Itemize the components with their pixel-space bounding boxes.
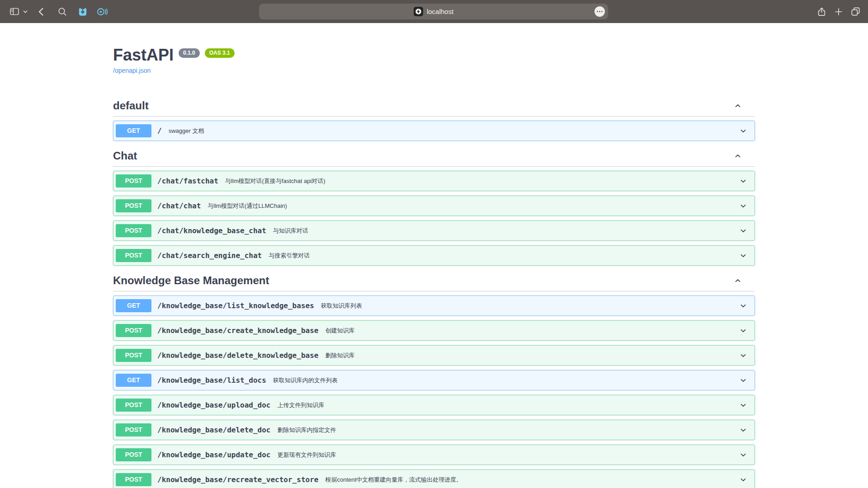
expand-endpoint-chevron-down-icon[interactable] — [739, 426, 748, 435]
site-favicon — [414, 7, 423, 16]
endpoint-row[interactable]: POST /chat/fastchat 与llm模型对话(直接与fastchat… — [113, 171, 755, 191]
new-tab-button[interactable] — [834, 7, 844, 17]
http-method-badge: POST — [116, 199, 151, 212]
share-button[interactable] — [816, 6, 827, 17]
section-endpoints: GET / swagger 文档 — [113, 121, 755, 141]
openapi-spec-link[interactable]: /openapi.json — [113, 67, 151, 74]
api-section: default GET / swagger 文档 — [113, 95, 755, 141]
tab-overview-icon — [850, 6, 861, 17]
expand-endpoint-chevron-down-icon[interactable] — [739, 251, 748, 260]
api-section: Knowledge Base Management GET /knowledge… — [113, 270, 755, 488]
title-row: FastAPI 0.1.0 OAS 3.1 — [113, 46, 755, 65]
extension-broadcast-button[interactable]: ★ — [96, 6, 108, 18]
section-title: Knowledge Base Management — [113, 274, 269, 287]
endpoint-row[interactable]: POST /chat/knowledge_base_chat 与知识库对话 — [113, 221, 755, 241]
endpoint-row[interactable]: POST /knowledge_base/create_knowledge_ba… — [113, 320, 755, 341]
collapse-section-chevron-up-icon[interactable] — [733, 101, 742, 110]
section-header[interactable]: Knowledge Base Management — [113, 270, 755, 291]
expand-endpoint-chevron-down-icon[interactable] — [739, 351, 748, 360]
endpoint-row[interactable]: POST /knowledge_base/recreate_vector_sto… — [113, 469, 755, 488]
http-method-badge: POST — [116, 448, 151, 461]
expand-endpoint-chevron-down-icon[interactable] — [739, 376, 748, 385]
endpoint-row[interactable]: POST /chat/search_engine_chat 与搜索引擎对话 — [113, 245, 755, 266]
share-icon — [816, 6, 827, 17]
endpoint-description: 更新现有文件到知识库 — [277, 451, 336, 459]
url-host-text: localhost — [427, 8, 453, 15]
toolbar-left-group: ★ — [0, 6, 108, 18]
http-method-badge: POST — [116, 349, 151, 362]
endpoint-description: 与llm模型对话(直接与fastchat api对话) — [225, 177, 326, 185]
endpoint-row[interactable]: POST /knowledge_base/delete_doc 删除知识库内指定… — [113, 420, 755, 440]
endpoint-row[interactable]: GET /knowledge_base/list_knowledge_bases… — [113, 296, 755, 316]
expand-endpoint-chevron-down-icon[interactable] — [739, 177, 748, 186]
endpoint-description: 上传文件到知识库 — [277, 401, 324, 409]
expand-endpoint-chevron-down-icon[interactable] — [739, 202, 748, 211]
endpoint-description: 获取知识库列表 — [321, 302, 362, 310]
broadcast-star-icon: ★ — [96, 6, 108, 18]
endpoint-description: 删除知识库 — [325, 352, 354, 360]
search-icon — [57, 6, 68, 17]
address-bar[interactable]: localhost — [259, 4, 608, 19]
endpoint-description: 与知识库对话 — [273, 227, 308, 235]
oas-badge: OAS 3.1 — [205, 48, 235, 58]
shield-download-icon — [77, 6, 89, 18]
endpoint-path: /knowledge_base/upload_doc — [157, 401, 270, 409]
http-method-badge: POST — [116, 324, 151, 337]
endpoint-path: /knowledge_base/list_knowledge_bases — [157, 301, 314, 310]
extension-downloader-button[interactable] — [77, 6, 89, 18]
api-sections: default GET / swagger 文档 Chat POST /chat… — [113, 95, 755, 488]
expand-endpoint-chevron-down-icon[interactable] — [739, 401, 748, 410]
content-container: FastAPI 0.1.0 OAS 3.1 /openapi.json defa… — [113, 23, 755, 488]
sidebar-icon — [9, 6, 20, 17]
endpoint-path: /knowledge_base/recreate_vector_store — [157, 475, 318, 484]
page-title: FastAPI — [113, 46, 174, 65]
back-button[interactable] — [36, 6, 47, 17]
http-method-badge: GET — [116, 374, 151, 387]
endpoint-description: 与搜索引擎对话 — [269, 252, 310, 260]
toolbar-right-group — [816, 0, 861, 23]
endpoint-path: /knowledge_base/delete_knowledge_base — [157, 351, 318, 360]
section-header[interactable]: Chat — [113, 145, 755, 167]
endpoint-path: / — [157, 127, 162, 135]
tab-overview-button[interactable] — [850, 6, 861, 17]
page-options-button[interactable] — [594, 6, 605, 17]
endpoint-path: /chat/chat — [157, 202, 201, 210]
endpoint-row[interactable]: GET / swagger 文档 — [113, 121, 755, 141]
collapse-section-chevron-up-icon[interactable] — [733, 276, 742, 285]
browser-toolbar: ★ localhost — [0, 0, 868, 23]
endpoint-description: swagger 文档 — [169, 127, 204, 135]
endpoint-row[interactable]: GET /knowledge_base/list_docs 获取知识库内的文件列… — [113, 370, 755, 390]
expand-endpoint-chevron-down-icon[interactable] — [739, 226, 748, 235]
api-section: Chat POST /chat/fastchat 与llm模型对话(直接与fas… — [113, 145, 755, 266]
expand-endpoint-chevron-down-icon[interactable] — [739, 450, 748, 460]
version-badge: 0.1.0 — [179, 48, 200, 58]
endpoint-description: 创建知识库 — [325, 327, 354, 335]
endpoint-row[interactable]: POST /knowledge_base/delete_knowledge_ba… — [113, 345, 755, 366]
endpoint-row[interactable]: POST /chat/chat 与llm模型对话(通过LLMChain) — [113, 196, 755, 216]
section-title: default — [113, 99, 149, 112]
plus-icon — [834, 7, 844, 17]
endpoint-path: /chat/knowledge_base_chat — [157, 226, 266, 235]
endpoint-path: /knowledge_base/update_doc — [157, 450, 270, 459]
endpoint-row[interactable]: POST /knowledge_base/upload_doc 上传文件到知识库 — [113, 395, 755, 415]
section-header[interactable]: default — [113, 95, 755, 117]
expand-endpoint-chevron-down-icon[interactable] — [739, 475, 748, 484]
http-method-badge: GET — [116, 124, 151, 137]
expand-endpoint-chevron-down-icon[interactable] — [739, 326, 748, 335]
http-method-badge: POST — [116, 399, 151, 412]
section-endpoints: GET /knowledge_base/list_knowledge_bases… — [113, 296, 755, 488]
collapse-section-chevron-up-icon[interactable] — [733, 151, 742, 160]
sidebar-toggle-button[interactable] — [9, 6, 20, 17]
expand-endpoint-chevron-down-icon[interactable] — [739, 301, 748, 310]
search-button[interactable] — [57, 6, 68, 17]
lightning-bolt-icon — [415, 8, 422, 15]
endpoint-row[interactable]: POST /knowledge_base/update_doc 更新现有文件到知… — [113, 445, 755, 465]
endpoint-path: /knowledge_base/create_knowledge_base — [157, 326, 318, 335]
http-method-badge: GET — [116, 299, 151, 312]
expand-endpoint-chevron-down-icon[interactable] — [739, 127, 748, 136]
section-endpoints: POST /chat/fastchat 与llm模型对话(直接与fastchat… — [113, 171, 755, 266]
sidebar-chevron-button[interactable] — [23, 9, 28, 14]
http-method-badge: POST — [116, 423, 151, 436]
chevron-down-icon — [23, 9, 28, 14]
svg-text:★: ★ — [99, 9, 103, 14]
